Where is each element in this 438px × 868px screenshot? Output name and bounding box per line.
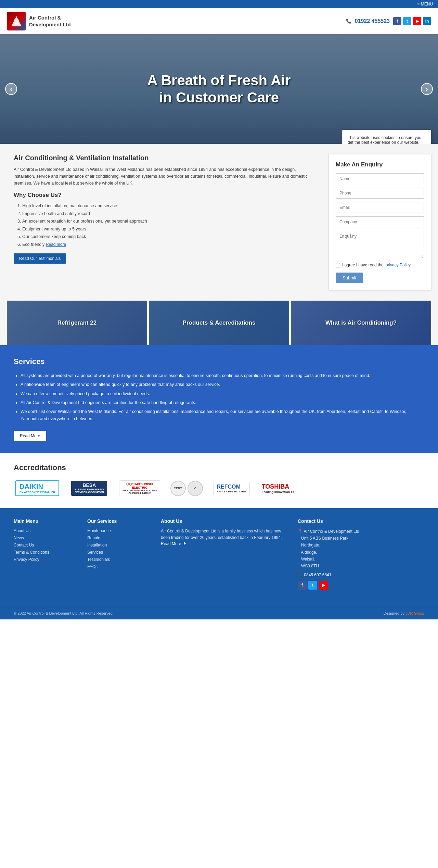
enquiry-form: Make An Enquiry I agree I have read the … [328,154,431,290]
hero-prev-button[interactable]: ‹ [5,83,17,95]
privacy-checkbox[interactable] [336,263,340,267]
footer-link-repairs[interactable]: Repairs [87,536,101,540]
privacy-text: I agree I have read the [342,263,384,267]
linkedin-icon[interactable]: in [423,17,431,25]
privacy-check: I agree I have read the privacy Policy [336,263,424,267]
footer-link-privacy[interactable]: Privacy Policy [14,557,39,562]
logo-area: Air Control & Development Ltd [7,12,71,30]
footer-main-menu-list: About Us News Contact Us Terms & Conditi… [14,528,77,562]
hero-section: A Breath of Fresh Air in Customer Care ‹… [0,34,438,144]
accreditations-heading: Accreditations [14,463,424,472]
menu-toggle[interactable]: ≡ MENU [417,2,433,7]
footer-main-menu: Main Menu About Us News Contact Us Terms… [14,518,77,590]
youtube-icon[interactable]: ▶ [413,17,421,25]
footer-bottom: © 2022 Air Control & Development Ltd. Al… [0,607,438,619]
services-section: Services All systems are provided with a… [0,345,438,453]
footer-address: 📍 Air Control & Development Ltd Unit 5 A… [298,528,424,570]
social-links: f t ▶ in [393,17,431,25]
refcom-logo: REFCOM F-GAS CERTIFICATED [211,479,252,498]
what-is-ac-card-label: What is Air Conditioning? [322,316,400,330]
list-item: Equipment warranty up to 5 years [22,225,318,233]
phone-number[interactable]: 01922 455523 [355,18,390,24]
header-right: 📞 01922 455523 f t ▶ in [346,17,431,25]
refrigerant-card[interactable]: Refrigerant 22 [7,301,147,345]
email-input[interactable] [336,202,424,213]
company-input[interactable] [336,216,424,227]
reasons-list: High level of installation, maintenance … [14,202,318,248]
footer-about-body: Air Control & Development Ltd is a famil… [161,528,287,541]
footer-main-menu-heading: Main Menu [14,518,77,524]
cert-circle-2: ✓ [188,481,203,496]
footer-services-list: Maintenance Repairs Installation Service… [87,528,151,569]
list-item: We can offer a competitively priced pack… [21,390,424,398]
footer-link-faqs[interactable]: FAQs [87,564,98,569]
footer-services: Our Services Maintenance Repairs Install… [87,518,151,590]
hero-next-button[interactable]: › [421,83,433,95]
jdr-group-link[interactable]: JDR Group [405,611,424,615]
image-cards: Refrigerant 22 Products & Accreditations… [0,301,438,345]
footer-link-terms[interactable]: Terms & Conditions [14,550,49,555]
phone-icon: 📞 [346,18,351,24]
footer-link-about[interactable]: About Us [14,528,30,533]
company-name: Air Control & Development Ltd [29,14,71,28]
phone-input[interactable] [336,188,424,199]
footer-contact-heading: Contact Us [298,518,424,524]
accreditations-section: Accreditations DAIKIN BY APPROVED INSTAL… [0,453,438,508]
main-content: Air Conditioning & Ventilation Installat… [0,144,438,301]
svg-marker-0 [11,16,22,26]
footer-link-testimonials[interactable]: Testimonials [87,557,110,562]
footer-about-read-more[interactable]: Read More [161,541,186,546]
enquiry-textarea[interactable] [336,231,424,258]
twitter-icon[interactable]: t [403,17,411,25]
mitsubishi-logo: ⬡⬡⬡ MITSUBISHI ELECTRIC AIR CONDITIONING… [117,479,162,498]
list-item: Impressive health and safety record [22,210,318,218]
cookie-message: This website uses cookies to ensure you … [348,135,426,144]
what-is-ac-card[interactable]: What is Air Conditioning? [291,301,431,345]
top-bar: ≡ MENU [0,0,438,8]
footer-about-heading: About Us [161,518,287,524]
hero-headline: A Breath of Fresh Air in Customer Care [147,72,291,106]
list-item: High level of installation, maintenance … [22,202,318,210]
products-card[interactable]: Products & Accreditations [149,301,289,345]
hero-text: A Breath of Fresh Air in Customer Care [147,72,291,106]
services-read-more-button[interactable]: Read More [14,431,46,441]
designed-by: Designed by JDR Group [384,611,424,615]
toshiba-logo: TOSHIBA Leading Innovation >> [260,479,296,498]
footer-twitter-icon[interactable]: t [308,581,317,590]
footer-link-news[interactable]: News [14,536,24,540]
footer-youtube-icon[interactable]: ▶ [319,581,328,590]
footer: Main Menu About Us News Contact Us Terms… [0,508,438,607]
services-list: All systems are provided with a period o… [14,372,424,423]
right-column: Make An Enquiry I agree I have read the … [328,154,431,290]
footer-link-contact[interactable]: Contact Us [14,543,34,548]
name-input[interactable] [336,173,424,184]
footer-link-maintenance[interactable]: Maintenance [87,528,111,533]
header: Air Control & Development Ltd 📞 01922 45… [0,8,438,34]
eco-read-more-link[interactable]: Read more [46,242,66,247]
cookie-banner: This website uses cookies to ensure you … [342,130,431,144]
footer-grid: Main Menu About Us News Contact Us Terms… [14,518,424,590]
services-heading: Services [14,357,424,366]
intro-body: Air Control & Development Ltd based in W… [14,166,318,187]
certification-logos: CERT ✓ [170,481,203,496]
list-item: All Air Control & Development Ltd engine… [21,399,424,406]
why-choose-heading: Why Choose Us? [14,192,318,199]
company-logo-icon [7,12,26,30]
intro-heading: Air Conditioning & Ventilation Installat… [14,154,318,162]
refrigerant-card-label: Refrigerant 22 [54,316,100,330]
submit-button[interactable]: Submit [336,273,363,283]
footer-phone: 📞 0845 607 6841 [298,573,424,577]
facebook-icon[interactable]: f [393,17,401,25]
footer-link-services[interactable]: Services [87,550,103,555]
footer-social: f t ▶ [298,581,424,590]
daikin-logo: DAIKIN BY APPROVED INSTALLER [14,479,61,498]
footer-about: About Us Air Control & Development Ltd i… [161,518,287,590]
copyright-text: © 2022 Air Control & Development Ltd. Al… [14,611,113,615]
footer-services-heading: Our Services [87,518,151,524]
enquiry-heading: Make An Enquiry [336,161,424,168]
privacy-link[interactable]: privacy Policy [386,263,411,267]
testimonials-button[interactable]: Read Our Testimonials [14,253,66,264]
footer-facebook-icon[interactable]: f [298,581,307,590]
list-item: We don't just cover Walsall and the West… [21,408,424,423]
footer-link-installation[interactable]: Installation [87,543,107,548]
